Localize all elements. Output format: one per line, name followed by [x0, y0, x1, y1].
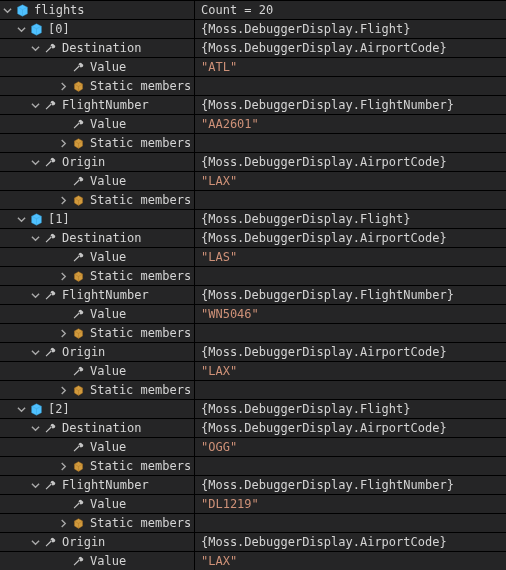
- chevron-right-icon[interactable]: [56, 514, 70, 532]
- chevron-down-icon[interactable]: [28, 39, 42, 57]
- tree-row[interactable]: Value"LAX": [0, 362, 506, 381]
- chevron-down-icon[interactable]: [28, 476, 42, 494]
- node-static: Static members: [88, 457, 191, 475]
- chevron-right-icon[interactable]: [56, 191, 70, 209]
- static-icon: [70, 267, 86, 285]
- tree-row[interactable]: Destination{Moss.DebuggerDisplay.Airport…: [0, 39, 506, 58]
- tree-row[interactable]: Static members: [0, 191, 506, 210]
- tree-row[interactable]: Static members: [0, 324, 506, 343]
- tree-row[interactable]: flightsCount = 20: [0, 1, 506, 20]
- tree-row[interactable]: Static members: [0, 134, 506, 153]
- property-icon: [70, 552, 86, 570]
- chevron-down-icon[interactable]: [14, 20, 28, 38]
- property-icon: [42, 533, 58, 551]
- expander-empty: [56, 172, 70, 190]
- tree-row[interactable]: FlightNumber{Moss.DebuggerDisplay.Flight…: [0, 476, 506, 495]
- tree-row[interactable]: Value"OGG": [0, 438, 506, 457]
- node-origin: Origin: [60, 343, 105, 361]
- chevron-down-icon[interactable]: [28, 153, 42, 171]
- tree-row[interactable]: [1]{Moss.DebuggerDisplay.Flight}: [0, 210, 506, 229]
- node-value-label: Value: [88, 115, 126, 133]
- tree-row[interactable]: Static members: [0, 77, 506, 96]
- object-icon: [14, 1, 30, 19]
- node-value: [195, 77, 506, 95]
- chevron-down-icon[interactable]: [28, 343, 42, 361]
- node-value: [195, 381, 506, 399]
- chevron-down-icon[interactable]: [28, 419, 42, 437]
- tree-row[interactable]: Origin{Moss.DebuggerDisplay.AirportCode}: [0, 533, 506, 552]
- chevron-right-icon[interactable]: [56, 381, 70, 399]
- node-value: [195, 134, 506, 152]
- node-value: {Moss.DebuggerDisplay.FlightNumber}: [195, 476, 506, 494]
- node-value: "WN5046": [195, 305, 506, 323]
- node-index: [2]: [46, 400, 70, 418]
- node-value: {Moss.DebuggerDisplay.AirportCode}: [195, 39, 506, 57]
- tree-row[interactable]: Static members: [0, 381, 506, 400]
- node-index: [0]: [46, 20, 70, 38]
- property-icon: [70, 172, 86, 190]
- property-icon: [70, 115, 86, 133]
- tree-row[interactable]: Value"WN5046": [0, 305, 506, 324]
- node-value: {Moss.DebuggerDisplay.AirportCode}: [195, 229, 506, 247]
- chevron-down-icon[interactable]: [0, 1, 14, 19]
- property-icon: [70, 362, 86, 380]
- expander-empty: [56, 115, 70, 133]
- tree-row[interactable]: Value"LAS": [0, 248, 506, 267]
- chevron-down-icon[interactable]: [28, 229, 42, 247]
- chevron-down-icon[interactable]: [28, 286, 42, 304]
- chevron-right-icon[interactable]: [56, 267, 70, 285]
- node-destination: Destination: [60, 39, 141, 57]
- node-destination: Destination: [60, 419, 141, 437]
- chevron-right-icon[interactable]: [56, 324, 70, 342]
- tree-row[interactable]: [2]{Moss.DebuggerDisplay.Flight}: [0, 400, 506, 419]
- node-value: {Moss.DebuggerDisplay.FlightNumber}: [195, 96, 506, 114]
- node-value: {Moss.DebuggerDisplay.Flight}: [195, 400, 506, 418]
- tree-row[interactable]: Value"LAX": [0, 172, 506, 191]
- tree-row[interactable]: FlightNumber{Moss.DebuggerDisplay.Flight…: [0, 96, 506, 115]
- tree-row[interactable]: Origin{Moss.DebuggerDisplay.AirportCode}: [0, 343, 506, 362]
- tree-row[interactable]: Static members: [0, 267, 506, 286]
- node-static: Static members: [88, 134, 191, 152]
- node-static: Static members: [88, 381, 191, 399]
- property-icon: [42, 286, 58, 304]
- chevron-right-icon[interactable]: [56, 134, 70, 152]
- property-icon: [70, 305, 86, 323]
- node-value-label: Value: [88, 305, 126, 323]
- node-static: Static members: [88, 77, 191, 95]
- node-value-label: Value: [88, 552, 126, 570]
- node-value: {Moss.DebuggerDisplay.AirportCode}: [195, 343, 506, 361]
- tree-row[interactable]: Destination{Moss.DebuggerDisplay.Airport…: [0, 229, 506, 248]
- node-value: "ATL": [195, 58, 506, 76]
- static-icon: [70, 191, 86, 209]
- node-static: Static members: [88, 324, 191, 342]
- tree-row[interactable]: FlightNumber{Moss.DebuggerDisplay.Flight…: [0, 286, 506, 305]
- chevron-down-icon[interactable]: [14, 210, 28, 228]
- node-value-label: Value: [88, 362, 126, 380]
- property-icon: [42, 153, 58, 171]
- node-value-label: Value: [88, 438, 126, 456]
- node-origin: Origin: [60, 153, 105, 171]
- node-value: [195, 191, 506, 209]
- tree-row[interactable]: Value"ATL": [0, 58, 506, 77]
- object-icon: [28, 210, 44, 228]
- tree-row[interactable]: Value"LAX": [0, 552, 506, 570]
- chevron-right-icon[interactable]: [56, 77, 70, 95]
- tree-row[interactable]: [0]{Moss.DebuggerDisplay.Flight}: [0, 20, 506, 39]
- tree-row[interactable]: Static members: [0, 514, 506, 533]
- tree-row[interactable]: Value"AA2601": [0, 115, 506, 134]
- chevron-down-icon[interactable]: [28, 96, 42, 114]
- expander-empty: [56, 495, 70, 513]
- node-value: "LAS": [195, 248, 506, 266]
- tree-row[interactable]: Static members: [0, 457, 506, 476]
- node-origin: Origin: [60, 533, 105, 551]
- tree-row[interactable]: Value"DL1219": [0, 495, 506, 514]
- chevron-down-icon[interactable]: [14, 400, 28, 418]
- chevron-down-icon[interactable]: [28, 533, 42, 551]
- chevron-right-icon[interactable]: [56, 457, 70, 475]
- node-static: Static members: [88, 514, 191, 532]
- tree-row[interactable]: Origin{Moss.DebuggerDisplay.AirportCode}: [0, 153, 506, 172]
- node-value: {Moss.DebuggerDisplay.AirportCode}: [195, 533, 506, 551]
- tree-row[interactable]: Destination{Moss.DebuggerDisplay.Airport…: [0, 419, 506, 438]
- node-value: [195, 457, 506, 475]
- property-icon: [42, 419, 58, 437]
